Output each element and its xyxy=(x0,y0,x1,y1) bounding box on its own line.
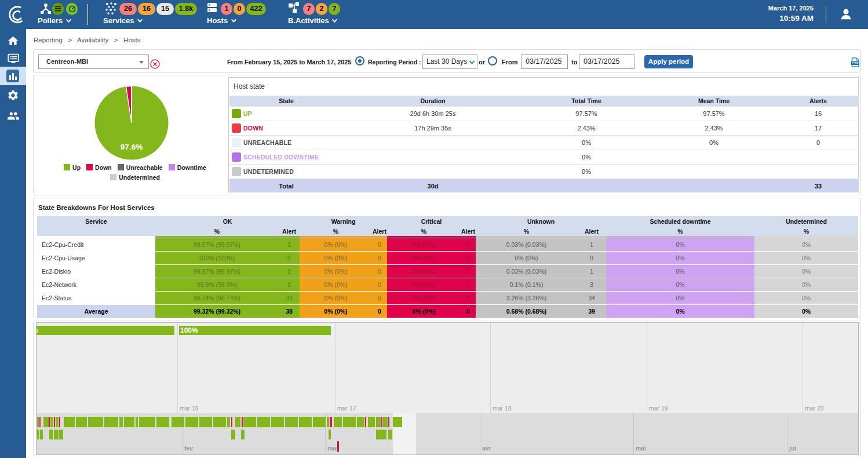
svg-text:CSV: CSV xyxy=(852,61,859,65)
